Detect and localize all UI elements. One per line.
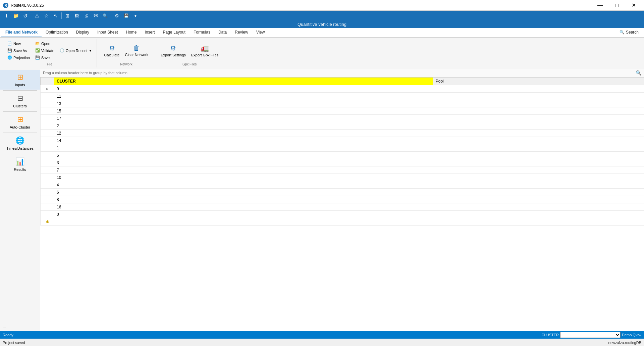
sidebar-item-auto-cluster[interactable]: ⊞ Auto-Cluster bbox=[0, 112, 40, 132]
sidebar-item-results[interactable]: 📊 Results bbox=[0, 155, 40, 174]
print-icon[interactable]: 🖨 bbox=[82, 11, 91, 20]
table-row[interactable]: 11 bbox=[41, 93, 644, 100]
settings-icon[interactable]: ⚙ bbox=[112, 11, 121, 20]
tab-formulas[interactable]: Formulas bbox=[190, 28, 214, 37]
tab-search[interactable]: 🔍 Search bbox=[615, 28, 643, 37]
maximize-button[interactable]: □ bbox=[609, 0, 625, 11]
info-icon[interactable]: ℹ bbox=[2, 11, 11, 20]
table-row[interactable]: 16 bbox=[41, 203, 644, 211]
warning-icon[interactable]: ⚠ bbox=[33, 11, 41, 20]
cluster-cell[interactable]: 13 bbox=[54, 100, 433, 107]
table-row[interactable]: 8 bbox=[41, 196, 644, 203]
pool-cell[interactable] bbox=[433, 107, 644, 115]
open-button[interactable]: 📂 Open bbox=[33, 40, 56, 47]
pool-cell[interactable] bbox=[433, 211, 644, 218]
tab-home[interactable]: Home bbox=[122, 28, 141, 37]
folder-open-icon[interactable]: 📁 bbox=[11, 11, 20, 20]
grid-container[interactable]: CLUSTER Pool ▶91113151721214153710468160… bbox=[40, 77, 644, 331]
table-row[interactable]: 10 bbox=[41, 174, 644, 181]
pool-cell[interactable] bbox=[433, 189, 644, 196]
table-row[interactable]: 3 bbox=[41, 159, 644, 166]
tab-optimization[interactable]: Optimization bbox=[42, 28, 72, 37]
cluster-cell[interactable]: 14 bbox=[54, 137, 433, 144]
export-gpx-button[interactable]: 🚛 Export Gpx Files bbox=[189, 43, 220, 58]
pool-column-header[interactable]: Pool bbox=[433, 78, 644, 85]
cluster-cell[interactable]: 3 bbox=[54, 159, 433, 166]
new-row[interactable]: ✱ bbox=[41, 218, 644, 226]
pool-cell[interactable] bbox=[433, 196, 644, 203]
pool-cell[interactable] bbox=[433, 144, 644, 152]
pool-cell[interactable] bbox=[433, 130, 644, 137]
minimize-button[interactable]: — bbox=[592, 0, 608, 11]
new-row-cluster-cell[interactable] bbox=[54, 218, 433, 226]
dropdown-arrow-icon[interactable]: ▼ bbox=[131, 11, 140, 20]
cluster-cell[interactable]: 11 bbox=[54, 93, 433, 100]
cluster-cell[interactable]: 4 bbox=[54, 181, 433, 189]
export-settings-button[interactable]: ⚙ Export Settings bbox=[159, 43, 188, 58]
pool-cell[interactable] bbox=[433, 115, 644, 122]
pool-cell[interactable] bbox=[433, 100, 644, 107]
refresh-icon[interactable]: ↺ bbox=[21, 11, 30, 20]
calculate-button[interactable]: ⚙ Calculate bbox=[102, 43, 122, 58]
table-row[interactable]: 15 bbox=[41, 107, 644, 115]
tab-data[interactable]: Data bbox=[214, 28, 231, 37]
zoom-icon[interactable]: 🔍 bbox=[101, 11, 109, 20]
clear-network-button[interactable]: 🗑 Clear Network bbox=[123, 43, 150, 58]
tab-insert[interactable]: Insert bbox=[141, 28, 159, 37]
pool-cell[interactable] bbox=[433, 85, 644, 93]
cluster-cell[interactable]: 0 bbox=[54, 211, 433, 218]
new-button[interactable]: 📄 New bbox=[5, 40, 32, 47]
table-row[interactable]: 17 bbox=[41, 115, 644, 122]
pool-cell[interactable] bbox=[433, 203, 644, 211]
save-button[interactable]: 💾 Save bbox=[33, 54, 56, 61]
sidebar-item-inputs[interactable]: ⊞ Inputs bbox=[0, 70, 40, 90]
tab-view[interactable]: View bbox=[252, 28, 269, 37]
cursor-icon[interactable]: ↖ bbox=[51, 11, 60, 20]
cluster-column-header[interactable]: CLUSTER bbox=[54, 78, 433, 85]
pool-cell[interactable] bbox=[433, 93, 644, 100]
cluster-cell[interactable]: 12 bbox=[54, 130, 433, 137]
map-icon[interactable]: 🗺 bbox=[91, 11, 100, 20]
openrecent-button[interactable]: 🕐 Open Recent ▼ bbox=[58, 47, 94, 54]
table-row[interactable]: 2 bbox=[41, 122, 644, 130]
grid-view-icon[interactable]: ⊞ bbox=[63, 11, 72, 20]
cluster-cell[interactable]: 1 bbox=[54, 144, 433, 152]
cluster-cell[interactable]: 7 bbox=[54, 166, 433, 174]
cluster-cell[interactable]: 16 bbox=[54, 203, 433, 211]
cluster-cell[interactable]: 2 bbox=[54, 122, 433, 130]
validate-button[interactable]: ✅ Validate bbox=[33, 47, 56, 54]
pool-cell[interactable] bbox=[433, 122, 644, 130]
pool-cell[interactable] bbox=[433, 181, 644, 189]
cluster-cell[interactable]: 17 bbox=[54, 115, 433, 122]
table-row[interactable]: ▶9 bbox=[41, 85, 644, 93]
sidebar-item-clusters[interactable]: ⊟ Clusters bbox=[0, 91, 40, 111]
sidebar-item-times-distances[interactable]: 🌐 Times/Distances bbox=[0, 134, 40, 153]
projection-button[interactable]: 🌐 Projection bbox=[5, 54, 32, 61]
pool-cell[interactable] bbox=[433, 159, 644, 166]
saveas-button[interactable]: 💾 Save As bbox=[5, 47, 32, 54]
table-row[interactable]: 6 bbox=[41, 189, 644, 196]
save-icon[interactable]: 💾 bbox=[122, 11, 130, 20]
table-row[interactable]: 14 bbox=[41, 137, 644, 144]
table-row[interactable]: 13 bbox=[41, 100, 644, 107]
table-row[interactable]: 1 bbox=[41, 144, 644, 152]
table-row[interactable]: 5 bbox=[41, 152, 644, 159]
cluster-cell[interactable]: 9 bbox=[54, 85, 433, 93]
tab-input-sheet[interactable]: Input Sheet bbox=[93, 28, 122, 37]
star-icon[interactable]: ☆ bbox=[42, 11, 51, 20]
cluster-dropdown[interactable] bbox=[560, 332, 621, 338]
pool-cell[interactable] bbox=[433, 137, 644, 144]
cluster-cell[interactable]: 10 bbox=[54, 174, 433, 181]
pool-cell[interactable] bbox=[433, 152, 644, 159]
pool-cell[interactable] bbox=[433, 174, 644, 181]
close-button[interactable]: ✕ bbox=[626, 0, 641, 11]
search-grid-icon[interactable]: 🔍 bbox=[636, 70, 641, 76]
cluster-cell[interactable]: 5 bbox=[54, 152, 433, 159]
table-row[interactable]: 7 bbox=[41, 166, 644, 174]
tab-review[interactable]: Review bbox=[231, 28, 252, 37]
tab-page-layout[interactable]: Page Layout bbox=[159, 28, 190, 37]
cluster-cell[interactable]: 15 bbox=[54, 107, 433, 115]
image-icon[interactable]: 🖼 bbox=[72, 11, 81, 20]
table-row[interactable]: 0 bbox=[41, 211, 644, 218]
table-row[interactable]: 12 bbox=[41, 130, 644, 137]
